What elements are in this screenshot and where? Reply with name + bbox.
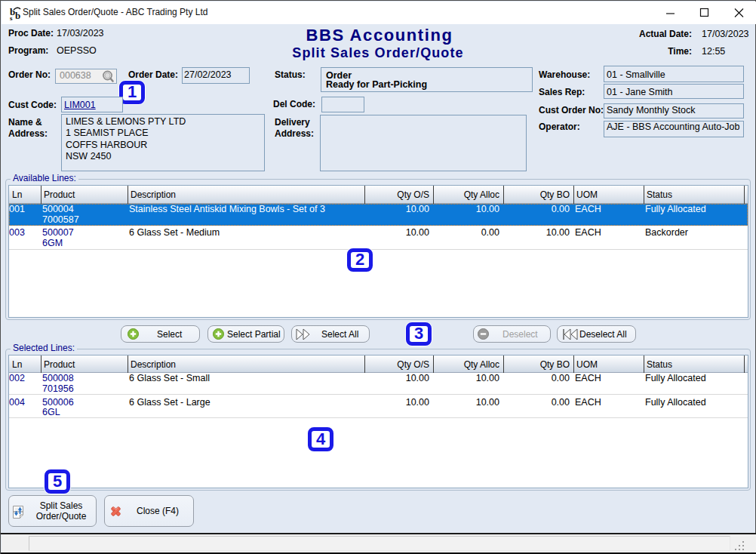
svg-text:b: b bbox=[15, 10, 20, 21]
svg-text:s: s bbox=[10, 14, 13, 21]
